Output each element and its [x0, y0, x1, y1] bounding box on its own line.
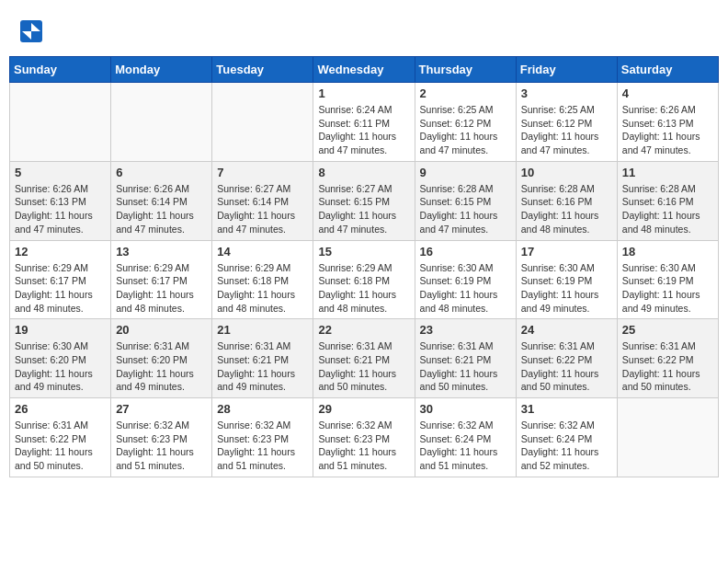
weekday-header-friday: Friday — [516, 57, 617, 83]
day-number: 6 — [116, 166, 207, 179]
day-info: Sunrise: 6:26 AM Sunset: 6:14 PM Dayligh… — [116, 182, 207, 236]
calendar-cell: 29Sunrise: 6:32 AM Sunset: 6:23 PM Dayli… — [313, 398, 415, 477]
day-number: 30 — [420, 402, 511, 416]
day-number: 16 — [420, 245, 511, 259]
calendar-week-row: 12Sunrise: 6:29 AM Sunset: 6:17 PM Dayli… — [10, 240, 719, 319]
calendar-cell: 10Sunrise: 6:28 AM Sunset: 6:16 PM Dayli… — [516, 161, 617, 240]
day-number: 10 — [521, 166, 612, 179]
day-number: 20 — [116, 323, 207, 337]
calendar-cell: 1Sunrise: 6:24 AM Sunset: 6:11 PM Daylig… — [313, 83, 415, 162]
weekday-header-monday: Monday — [111, 57, 212, 83]
day-number: 23 — [420, 323, 511, 337]
calendar-cell: 25Sunrise: 6:31 AM Sunset: 6:22 PM Dayli… — [617, 319, 718, 398]
weekday-header-sunday: Sunday — [10, 57, 111, 83]
calendar-cell: 7Sunrise: 6:27 AM Sunset: 6:14 PM Daylig… — [212, 161, 313, 240]
calendar-cell: 16Sunrise: 6:30 AM Sunset: 6:19 PM Dayli… — [415, 240, 516, 319]
day-info: Sunrise: 6:32 AM Sunset: 6:24 PM Dayligh… — [521, 419, 612, 473]
day-info: Sunrise: 6:31 AM Sunset: 6:21 PM Dayligh… — [420, 339, 511, 394]
day-info: Sunrise: 6:29 AM Sunset: 6:17 PM Dayligh… — [116, 261, 207, 316]
weekday-header-saturday: Saturday — [617, 57, 718, 83]
day-info: Sunrise: 6:31 AM Sunset: 6:21 PM Dayligh… — [217, 339, 308, 394]
day-info: Sunrise: 6:25 AM Sunset: 6:12 PM Dayligh… — [521, 103, 612, 157]
day-info: Sunrise: 6:26 AM Sunset: 6:13 PM Dayligh… — [622, 103, 713, 157]
day-info: Sunrise: 6:31 AM Sunset: 6:20 PM Dayligh… — [116, 339, 207, 394]
weekday-header-row: SundayMondayTuesdayWednesdayThursdayFrid… — [10, 57, 719, 83]
calendar-cell: 23Sunrise: 6:31 AM Sunset: 6:21 PM Dayli… — [415, 319, 516, 398]
calendar-week-row: 19Sunrise: 6:30 AM Sunset: 6:20 PM Dayli… — [10, 319, 719, 398]
day-info: Sunrise: 6:24 AM Sunset: 6:11 PM Dayligh… — [318, 103, 409, 157]
day-number: 17 — [521, 245, 612, 259]
calendar-week-row: 26Sunrise: 6:31 AM Sunset: 6:22 PM Dayli… — [10, 398, 719, 477]
day-number: 12 — [15, 245, 106, 259]
header — [9, 9, 719, 49]
weekday-header-wednesday: Wednesday — [313, 57, 415, 83]
day-info: Sunrise: 6:30 AM Sunset: 6:19 PM Dayligh… — [420, 261, 511, 316]
calendar-cell: 6Sunrise: 6:26 AM Sunset: 6:14 PM Daylig… — [111, 161, 212, 240]
logo-icon — [18, 18, 44, 44]
day-info: Sunrise: 6:26 AM Sunset: 6:13 PM Dayligh… — [15, 182, 106, 236]
day-info: Sunrise: 6:30 AM Sunset: 6:19 PM Dayligh… — [521, 261, 612, 316]
weekday-header-thursday: Thursday — [415, 57, 516, 83]
day-number: 9 — [420, 166, 511, 179]
calendar-cell: 20Sunrise: 6:31 AM Sunset: 6:20 PM Dayli… — [111, 319, 212, 398]
day-info: Sunrise: 6:29 AM Sunset: 6:17 PM Dayligh… — [15, 261, 106, 316]
calendar-week-row: 1Sunrise: 6:24 AM Sunset: 6:11 PM Daylig… — [10, 83, 719, 162]
day-number: 14 — [217, 245, 308, 259]
day-number: 28 — [217, 402, 308, 416]
calendar-cell: 26Sunrise: 6:31 AM Sunset: 6:22 PM Dayli… — [10, 398, 111, 477]
calendar-cell: 24Sunrise: 6:31 AM Sunset: 6:22 PM Dayli… — [516, 319, 617, 398]
day-info: Sunrise: 6:31 AM Sunset: 6:21 PM Dayligh… — [318, 339, 409, 394]
calendar-cell: 9Sunrise: 6:28 AM Sunset: 6:15 PM Daylig… — [415, 161, 516, 240]
calendar-cell: 15Sunrise: 6:29 AM Sunset: 6:18 PM Dayli… — [313, 240, 415, 319]
calendar-cell: 18Sunrise: 6:30 AM Sunset: 6:19 PM Dayli… — [617, 240, 718, 319]
calendar-cell: 13Sunrise: 6:29 AM Sunset: 6:17 PM Dayli… — [111, 240, 212, 319]
day-number: 27 — [116, 402, 207, 416]
calendar-cell: 12Sunrise: 6:29 AM Sunset: 6:17 PM Dayli… — [10, 240, 111, 319]
calendar-cell: 27Sunrise: 6:32 AM Sunset: 6:23 PM Dayli… — [111, 398, 212, 477]
day-number: 21 — [217, 323, 308, 337]
calendar-cell: 31Sunrise: 6:32 AM Sunset: 6:24 PM Dayli… — [516, 398, 617, 477]
calendar-cell — [10, 83, 111, 162]
day-info: Sunrise: 6:30 AM Sunset: 6:20 PM Dayligh… — [15, 339, 106, 394]
calendar-cell: 8Sunrise: 6:27 AM Sunset: 6:15 PM Daylig… — [313, 161, 415, 240]
calendar: SundayMondayTuesdayWednesdayThursdayFrid… — [9, 56, 719, 477]
day-number: 7 — [217, 166, 308, 179]
day-number: 8 — [318, 166, 409, 179]
day-number: 13 — [116, 245, 207, 259]
day-number: 2 — [420, 86, 511, 100]
calendar-cell: 22Sunrise: 6:31 AM Sunset: 6:21 PM Dayli… — [313, 319, 415, 398]
calendar-cell: 14Sunrise: 6:29 AM Sunset: 6:18 PM Dayli… — [212, 240, 313, 319]
calendar-cell: 3Sunrise: 6:25 AM Sunset: 6:12 PM Daylig… — [516, 83, 617, 162]
day-info: Sunrise: 6:28 AM Sunset: 6:16 PM Dayligh… — [622, 182, 713, 236]
calendar-cell — [111, 83, 212, 162]
day-info: Sunrise: 6:31 AM Sunset: 6:22 PM Dayligh… — [521, 339, 612, 394]
calendar-cell — [212, 83, 313, 162]
day-number: 11 — [622, 166, 713, 179]
calendar-cell: 28Sunrise: 6:32 AM Sunset: 6:23 PM Dayli… — [212, 398, 313, 477]
day-info: Sunrise: 6:31 AM Sunset: 6:22 PM Dayligh… — [15, 419, 106, 473]
day-info: Sunrise: 6:29 AM Sunset: 6:18 PM Dayligh… — [318, 261, 409, 316]
calendar-cell — [617, 398, 718, 477]
day-info: Sunrise: 6:32 AM Sunset: 6:23 PM Dayligh… — [217, 419, 308, 473]
day-info: Sunrise: 6:32 AM Sunset: 6:23 PM Dayligh… — [116, 419, 207, 473]
day-number: 15 — [318, 245, 409, 259]
day-number: 31 — [521, 402, 612, 416]
day-info: Sunrise: 6:28 AM Sunset: 6:16 PM Dayligh… — [521, 182, 612, 236]
day-number: 22 — [318, 323, 409, 337]
day-number: 25 — [622, 323, 713, 337]
calendar-cell: 4Sunrise: 6:26 AM Sunset: 6:13 PM Daylig… — [617, 83, 718, 162]
day-info: Sunrise: 6:27 AM Sunset: 6:14 PM Dayligh… — [217, 182, 308, 236]
day-info: Sunrise: 6:25 AM Sunset: 6:12 PM Dayligh… — [420, 103, 511, 157]
day-number: 26 — [15, 402, 106, 416]
calendar-cell: 5Sunrise: 6:26 AM Sunset: 6:13 PM Daylig… — [10, 161, 111, 240]
day-number: 29 — [318, 402, 409, 416]
day-number: 4 — [622, 86, 713, 100]
day-number: 3 — [521, 86, 612, 100]
calendar-cell: 17Sunrise: 6:30 AM Sunset: 6:19 PM Dayli… — [516, 240, 617, 319]
day-info: Sunrise: 6:27 AM Sunset: 6:15 PM Dayligh… — [318, 182, 409, 236]
calendar-cell: 19Sunrise: 6:30 AM Sunset: 6:20 PM Dayli… — [10, 319, 111, 398]
weekday-header-tuesday: Tuesday — [212, 57, 313, 83]
day-number: 1 — [318, 86, 409, 100]
logo — [18, 18, 48, 44]
calendar-cell: 2Sunrise: 6:25 AM Sunset: 6:12 PM Daylig… — [415, 83, 516, 162]
